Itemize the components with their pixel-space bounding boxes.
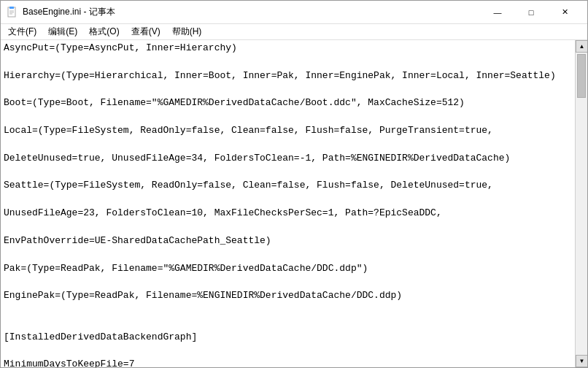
svg-rect-1 <box>9 7 14 9</box>
main-window: BaseEngine.ini - 记事本 — □ ✕ 文件(F) 编辑(E) 格… <box>0 0 588 368</box>
title-bar: BaseEngine.ini - 记事本 — □ ✕ <box>1 1 587 24</box>
close-button[interactable]: ✕ <box>548 1 581 24</box>
text-line: EnvPathOverride=UE-SharedDataCachePath_S… <box>4 234 572 248</box>
text-line: Pak=(Type=ReadPak, Filename="%GAMEDIR%De… <box>4 262 572 276</box>
scroll-down-button[interactable]: ▼ <box>576 355 587 367</box>
menu-bar: 文件(F) 编辑(E) 格式(O) 查看(V) 帮助(H) <box>1 24 587 40</box>
text-line: Local=(Type=FileSystem, ReadOnly=false, … <box>4 124 572 138</box>
vertical-scrollbar[interactable]: ▲ ▼ <box>575 40 587 367</box>
text-line: Boot=(Type=Boot, Filename="%GAMEDIR%Deri… <box>4 96 572 110</box>
menu-view[interactable]: 查看(V) <box>127 24 165 39</box>
menu-format[interactable]: 格式(O) <box>85 24 123 39</box>
window-title: BaseEngine.ini - 记事本 <box>23 6 481 18</box>
text-line: AsyncPut=(Type=AsyncPut, Inner=Hierarchy… <box>4 42 572 55</box>
text-line: Hierarchy=(Type=Hierarchical, Inner=Boot… <box>4 69 572 83</box>
maximize-button[interactable]: □ <box>514 1 548 24</box>
text-line: Seattle=(Type=FileSystem, ReadOnly=false… <box>4 179 572 193</box>
text-line: [InstalledDerivedDataBackendGraph] <box>4 331 572 345</box>
window-controls: — □ ✕ <box>481 1 581 24</box>
text-editor[interactable]: AsyncPut=(Type=AsyncPut, Inner=Hierarchy… <box>1 40 575 367</box>
menu-help[interactable]: 帮助(H) <box>168 24 206 39</box>
text-line: DeleteUnused=true, UnusedFileAge=34, Fol… <box>4 152 572 166</box>
menu-edit[interactable]: 编辑(E) <box>44 24 82 39</box>
scrollbar-track[interactable] <box>576 53 587 355</box>
minimize-button[interactable]: — <box>481 1 514 24</box>
scroll-up-button[interactable]: ▲ <box>576 40 587 53</box>
notepad-icon <box>7 7 18 18</box>
text-line: UnusedFileAge=23, FoldersToClean=10, Max… <box>4 207 572 221</box>
menu-file[interactable]: 文件(F) <box>4 24 41 39</box>
scrollbar-thumb[interactable] <box>577 54 586 98</box>
content-area: AsyncPut=(Type=AsyncPut, Inner=Hierarchy… <box>1 40 587 367</box>
text-line: EnginePak=(Type=ReadPak, Filename=%ENGIN… <box>4 289 572 303</box>
text-line: MinimumDaysToKeepFile=7 <box>4 358 572 367</box>
